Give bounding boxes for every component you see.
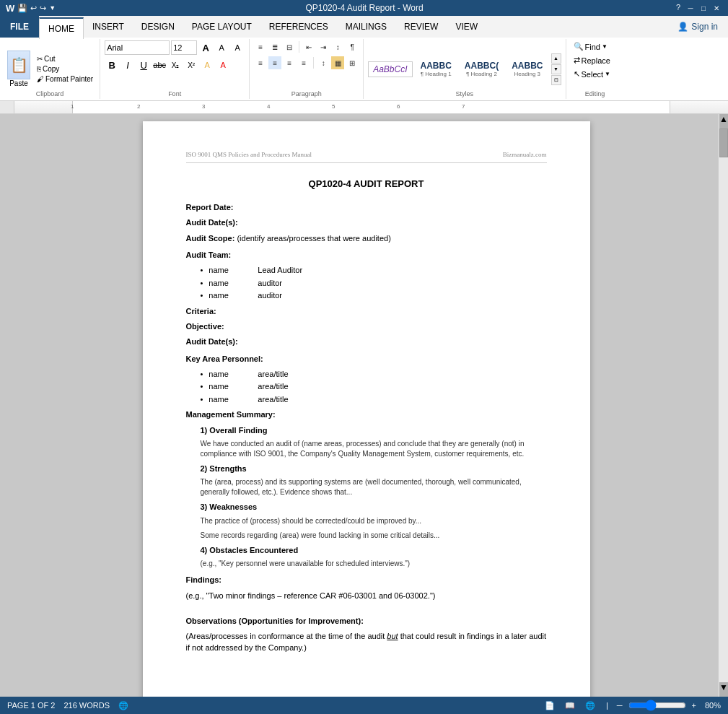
audit-scope-text: (identify areas/processes that were audi… xyxy=(237,234,390,243)
page-header: ISO 9001 QMS Policies and Procedures Man… xyxy=(186,150,547,163)
underline-button[interactable]: U xyxy=(136,58,151,72)
close-button[interactable]: ✕ xyxy=(711,3,722,13)
tab-view[interactable]: VIEW xyxy=(447,16,486,38)
sign-in-link[interactable]: 👤 Sign in xyxy=(667,16,728,38)
section-2-body: The (area, process) and its supporting s… xyxy=(201,477,547,497)
replace-button[interactable]: ⇄ Replace xyxy=(571,54,613,66)
h2-label: ¶ Heading 2 xyxy=(465,71,499,77)
paste-button[interactable]: 📋 Paste xyxy=(4,49,33,89)
zoom-out-icon[interactable]: ─ xyxy=(617,701,623,710)
section-4-heading: 4) Obstacles Encountered xyxy=(201,545,547,556)
findings-label: Findings: xyxy=(186,575,222,584)
style-emphasis[interactable]: AaBbCcI xyxy=(368,61,412,77)
tab-page-layout[interactable]: PAGE LAYOUT xyxy=(183,16,260,38)
section-3-body1: The practice of (process) should be corr… xyxy=(201,516,547,526)
audit-dates2-label: Audit Date(s): xyxy=(186,337,238,346)
tab-file[interactable]: FILE xyxy=(0,16,39,38)
show-hide-button[interactable]: ¶ xyxy=(346,40,359,53)
align-right-button[interactable]: ≡ xyxy=(283,56,296,69)
scroll-thumb[interactable] xyxy=(719,129,728,157)
styles-scroll-down[interactable]: ▼ xyxy=(551,64,561,74)
style-heading1[interactable]: AABBC ¶ Heading 1 xyxy=(416,58,457,80)
strikethrough-button[interactable]: abc xyxy=(152,58,167,72)
mgmt-summary-label: Management Summary: xyxy=(186,410,276,419)
tab-insert[interactable]: INSERT xyxy=(84,16,133,38)
quick-access-icon[interactable]: ▼ xyxy=(49,4,56,12)
font-grow-button[interactable]: A xyxy=(198,40,213,55)
superscript-button[interactable]: X² xyxy=(184,58,198,72)
scroll-up-button[interactable]: ▲ xyxy=(719,114,728,129)
undo-icon[interactable]: ↩ xyxy=(30,4,37,13)
zoom-slider[interactable] xyxy=(628,700,686,711)
text-highlight-button[interactable]: A xyxy=(200,58,214,72)
bullets-button[interactable]: ≡ xyxy=(254,40,267,53)
sign-in-label: Sign in xyxy=(691,22,718,32)
personnel-2: name area/title xyxy=(201,381,547,392)
status-bar: PAGE 1 OF 2 216 WORDS 🌐 📄 📖 🌐 | ─ + 80% xyxy=(0,697,728,714)
maximize-button[interactable]: □ xyxy=(698,3,709,13)
ruler-corner xyxy=(0,101,14,114)
section-2-heading: 2) Strengths xyxy=(201,463,547,474)
align-center-button[interactable]: ≡ xyxy=(268,56,281,69)
reading-view-button[interactable]: 📖 xyxy=(563,700,577,711)
vertical-ruler xyxy=(0,114,14,697)
copy-button[interactable]: ⎘ Copy xyxy=(35,64,95,74)
styles-container: AaBbCcI AABBC ¶ Heading 1 AABBC( ¶ Headi… xyxy=(368,53,561,85)
help-icon[interactable]: ? xyxy=(673,3,683,13)
h1-preview: AABBC xyxy=(421,61,452,71)
tab-home[interactable]: HOME xyxy=(39,17,84,39)
borders-button[interactable]: ⊞ xyxy=(346,56,359,69)
style-heading3[interactable]: AABBC Heading 3 xyxy=(506,58,548,80)
personnel-1: name area/title xyxy=(201,369,547,380)
find-button[interactable]: 🔍 Find ▼ xyxy=(571,40,610,53)
tab-review[interactable]: REVIEW xyxy=(395,16,447,38)
vertical-scrollbar[interactable]: ▲ ▼ xyxy=(718,114,728,697)
observations-label: Observations (Opportunities for Improvem… xyxy=(186,617,364,625)
shading-button[interactable]: ▦ xyxy=(331,56,344,69)
cut-button[interactable]: ✂ Cut xyxy=(35,54,95,64)
line-spacing-button[interactable]: ↕ xyxy=(317,56,330,69)
align-left-button[interactable]: ≡ xyxy=(254,56,267,69)
document-area[interactable]: ISO 9001 QMS Policies and Procedures Man… xyxy=(14,114,718,697)
redo-icon[interactable]: ↪ xyxy=(40,4,46,13)
select-button[interactable]: ↖ Select ▼ xyxy=(571,68,614,80)
tab-mailings[interactable]: MAILINGS xyxy=(337,16,395,38)
observations-line: Observations (Opportunities for Improvem… xyxy=(186,616,547,627)
select-icon: ↖ xyxy=(574,69,580,79)
ruler-mark-3: 3 xyxy=(202,103,205,110)
styles-scroll-up[interactable]: ▲ xyxy=(551,53,561,64)
justify-button[interactable]: ≡ xyxy=(297,56,310,69)
ruler-mark-1: 1 xyxy=(71,103,74,110)
ruler-mark-2: 2 xyxy=(137,103,140,110)
style-heading2[interactable]: AABBC( ¶ Heading 2 xyxy=(460,58,504,80)
font-color-button[interactable]: A xyxy=(216,58,230,72)
print-layout-button[interactable]: 📄 xyxy=(543,700,557,711)
bold-button[interactable]: B xyxy=(105,58,119,72)
scroll-down-button[interactable]: ▼ xyxy=(719,682,728,697)
tab-references[interactable]: REFERENCES xyxy=(260,16,337,38)
key-personnel-line: Key Area Personnel: xyxy=(186,354,547,365)
save-icon[interactable]: 💾 xyxy=(17,4,27,13)
font-size-input[interactable] xyxy=(171,40,197,55)
multilevel-button[interactable]: ⊟ xyxy=(283,40,296,53)
font-shrink-button[interactable]: A xyxy=(214,40,229,55)
web-layout-button[interactable]: 🌐 xyxy=(583,700,597,711)
font-name-input[interactable] xyxy=(105,40,170,55)
decrease-indent-button[interactable]: ⇤ xyxy=(302,40,315,53)
styles-more[interactable]: ⊡ xyxy=(551,75,561,85)
italic-button[interactable]: I xyxy=(120,58,135,72)
ruler-mark-5: 5 xyxy=(332,103,335,110)
tab-design[interactable]: DESIGN xyxy=(133,16,183,38)
clear-formatting-button[interactable]: A xyxy=(230,40,245,55)
subscript-button[interactable]: X₂ xyxy=(168,58,183,72)
zoom-in-icon[interactable]: + xyxy=(692,701,696,710)
main-area: ISO 9001 QMS Policies and Procedures Man… xyxy=(0,114,728,697)
word-count: 216 WORDS xyxy=(63,701,110,710)
numbering-button[interactable]: ≣ xyxy=(268,40,281,53)
increase-indent-button[interactable]: ⇥ xyxy=(317,40,330,53)
personnel-3: name area/title xyxy=(201,394,547,405)
word-icon: W xyxy=(6,3,14,14)
sort-button[interactable]: ↕ xyxy=(331,40,344,53)
format-painter-button[interactable]: 🖌 Format Painter xyxy=(35,74,95,84)
minimize-button[interactable]: ─ xyxy=(685,3,696,13)
